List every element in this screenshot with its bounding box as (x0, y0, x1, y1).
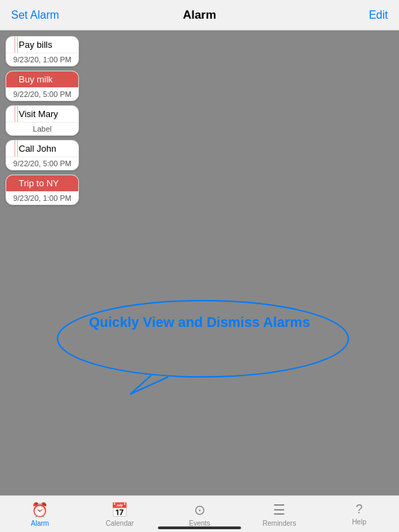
alarm-datetime-buy-milk: 9/22/20, 5:00 PM (6, 88, 78, 100)
events-tab-icon: ⊙ (194, 502, 206, 518)
alarm-datetime-trip-ny: 9/23/20, 1:00 PM (6, 192, 78, 204)
alarm-tab-label: Alarm (31, 520, 49, 527)
events-tab-label: Events (189, 520, 211, 527)
alarm-card-pay-bills[interactable]: Pay bills 9/23/20, 1:00 PM (6, 36, 79, 66)
page-title: Alarm (183, 8, 216, 22)
alarm-card-buy-milk[interactable]: Buy milk 9/22/20, 5:00 PM (6, 71, 79, 101)
help-tab-label: Help (352, 518, 366, 526)
edit-button[interactable]: Edit (369, 9, 388, 21)
alarm-card-visit-mary[interactable]: Visit Mary Label (6, 105, 79, 136)
alarm-datetime-pay-bills: 9/23/20, 1:00 PM (6, 53, 78, 66)
alarm-title-visit-mary: Visit Mary (6, 106, 78, 123)
header: Set Alarm Alarm Edit (0, 0, 399, 30)
tab-events[interactable]: ⊙ Events (159, 502, 239, 527)
alarm-title-pay-bills: Pay bills (6, 37, 78, 53)
alarm-title-buy-milk: Buy milk (6, 71, 78, 88)
tab-alarm[interactable]: ⏰ Alarm (0, 502, 80, 527)
tab-reminders[interactable]: ☰ Reminders (240, 502, 319, 527)
alarm-card-trip-ny[interactable]: Trip to NY 9/23/20, 1:00 PM (6, 175, 79, 205)
calendar-tab-label: Calendar (106, 520, 134, 527)
notebook-line-3 (15, 106, 15, 122)
main-content: Pay bills 9/23/20, 1:00 PM Buy milk 9/22… (0, 30, 399, 495)
calendar-tab-icon: 📅 (111, 502, 128, 518)
home-indicator (158, 526, 241, 529)
notebook-line-2 (17, 37, 18, 53)
speech-bubble: Quickly View and Dismiss Alarms (40, 294, 359, 400)
help-tab-icon: ? (355, 502, 362, 517)
speech-bubble-container: Quickly View and Dismiss Alarms (40, 294, 359, 400)
alarm-tab-icon: ⏰ (31, 502, 48, 518)
svg-point-0 (57, 301, 348, 377)
notebook-line-4 (17, 106, 18, 122)
notebook-line-6 (17, 141, 18, 157)
reminders-tab-icon: ☰ (273, 502, 285, 518)
alarm-title-call-john: Call John (6, 141, 78, 157)
reminders-tab-label: Reminders (263, 520, 296, 527)
notebook-line-5 (15, 141, 15, 157)
tab-help[interactable]: ? Help (319, 502, 399, 526)
notebook-line-1 (15, 37, 15, 53)
speech-bubble-text: Quickly View and Dismiss Alarms (40, 314, 359, 330)
alarm-datetime-visit-mary: Label (6, 123, 78, 135)
alarm-list: Pay bills 9/23/20, 1:00 PM Buy milk 9/22… (6, 36, 393, 205)
alarm-title-trip-ny: Trip to NY (6, 175, 78, 192)
tab-calendar[interactable]: 📅 Calendar (80, 502, 159, 527)
alarm-datetime-call-john: 9/22/20, 5:00 PM (6, 157, 78, 170)
alarm-card-call-john[interactable]: Call John 9/22/20, 5:00 PM (6, 140, 79, 170)
speech-bubble-svg (40, 294, 359, 398)
set-alarm-button[interactable]: Set Alarm (11, 9, 59, 21)
